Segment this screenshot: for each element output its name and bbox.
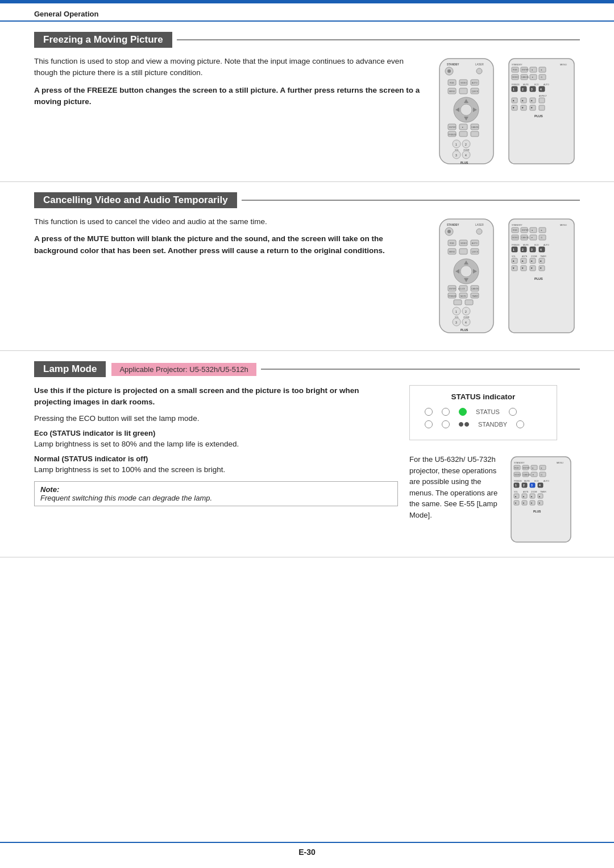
lamp-desc-text: For the U5-632h/ U5-732h projector, thes… <box>409 454 500 520</box>
lamp-title-line <box>261 369 580 370</box>
remote-svg-4: STANDBY MENU RGB ENTER ◄ ► <box>506 216 577 338</box>
lamp-eco-heading: Eco (STATUS indicator is lit green) <box>34 429 398 437</box>
svg-text:▼: ▼ <box>521 267 524 270</box>
svg-text:▼: ▼ <box>512 267 515 270</box>
svg-text:3: 3 <box>455 154 457 157</box>
indicator-standby-dot <box>459 422 463 427</box>
remote-svg-5: STANDBY MENU RGB ENTER ◄ ► <box>508 454 574 545</box>
gen-op-label: General Operation <box>34 10 98 18</box>
svg-point-5 <box>476 68 482 74</box>
remote-svg-1: STANDBY LASER RGB VIDEO <box>437 56 496 170</box>
svg-text:CANCEL: CANCEL <box>521 76 529 78</box>
svg-text:4: 4 <box>465 154 467 157</box>
svg-rect-104 <box>459 249 467 254</box>
svg-text:PLUS: PLUS <box>534 277 543 280</box>
svg-point-95 <box>447 230 451 233</box>
lamp-applicable: Applicable Projector: U5-532h/U5-512h <box>111 363 256 376</box>
page-container: General Operation Freezing a Moving Pict… <box>0 0 614 868</box>
svg-text:▲: ▲ <box>521 99 524 102</box>
svg-text:FREEZE: FREEZE <box>514 480 522 482</box>
svg-text:◄: ◄ <box>531 229 533 232</box>
lamp-images: STATUS indicator STATUS <box>409 385 580 547</box>
svg-text:PLUS: PLUS <box>460 161 468 164</box>
svg-text:►: ► <box>541 69 542 71</box>
svg-text:TIMER: TIMER <box>472 295 478 297</box>
svg-text:ENTER: ENTER <box>523 467 530 469</box>
svg-text:VIDEO: VIDEO <box>512 76 518 78</box>
svg-rect-13 <box>459 88 467 94</box>
svg-text:▲: ▲ <box>512 99 515 102</box>
svg-text:▲: ▲ <box>522 495 525 498</box>
svg-text:▼: ▼ <box>462 126 463 129</box>
svg-text:STANDBY: STANDBY <box>512 224 522 226</box>
svg-text:►: ► <box>541 229 542 232</box>
status-title: STATUS indicator <box>419 392 547 401</box>
svg-text:4: 4 <box>539 483 541 487</box>
svg-text:▼: ▼ <box>515 502 517 505</box>
svg-text:▲: ▲ <box>538 495 541 498</box>
svg-text:1: 1 <box>515 483 517 487</box>
svg-text:ZOOM: ZOOM <box>531 255 537 258</box>
svg-text:CANON: CANON <box>471 288 479 290</box>
lamp-title-area: Lamp Mode Applicable Projector: U5-532h/… <box>34 361 580 377</box>
svg-text:RGB: RGB <box>513 229 517 232</box>
svg-text:AUTO: AUTO <box>544 244 549 246</box>
lamp-content: Use this if the picture is projected on … <box>34 385 580 547</box>
svg-point-109 <box>460 266 472 277</box>
svg-text:CANCEL: CANCEL <box>521 237 529 239</box>
remote-control-5: STANDBY MENU RGB ENTER ◄ ► <box>508 454 574 547</box>
svg-text:VIDEO: VIDEO <box>460 242 467 245</box>
svg-text:2: 2 <box>465 310 467 313</box>
svg-text:3: 3 <box>531 248 533 251</box>
svg-text:STANDBY: STANDBY <box>447 224 459 226</box>
svg-rect-153 <box>539 235 546 240</box>
svg-point-96 <box>476 229 482 234</box>
indicator-4 <box>509 408 517 416</box>
lamp-title: Lamp Mode <box>34 361 106 377</box>
svg-text:AUTO: AUTO <box>544 84 549 86</box>
svg-text:VIDEO: VIDEO <box>460 82 467 84</box>
svg-text:▼: ▼ <box>522 502 525 505</box>
remote-control-4: STANDBY MENU RGB ENTER ◄ ► <box>506 216 580 340</box>
svg-text:STANDBY: STANDBY <box>512 63 522 66</box>
svg-text:FREEZE: FREEZE <box>449 295 457 297</box>
svg-text:⊙: ⊙ <box>541 76 542 78</box>
svg-rect-58 <box>539 75 546 80</box>
svg-text:ENTER: ENTER <box>449 288 456 290</box>
svg-text:1: 1 <box>455 143 457 146</box>
lamp-section: Lamp Mode Applicable Projector: U5-532h/… <box>0 351 614 557</box>
svg-text:FREEZE: FREEZE <box>512 244 520 246</box>
svg-text:3: 3 <box>531 88 533 91</box>
lamp-note-box: Note: Frequent switching this mode can d… <box>34 481 398 506</box>
svg-text:FREEZE: FREEZE <box>449 134 457 136</box>
svg-text:ECO: ECO <box>534 244 539 246</box>
svg-text:VOL: VOL <box>512 255 516 258</box>
svg-rect-126 <box>454 300 462 305</box>
svg-rect-31 <box>471 131 479 137</box>
cancelling-section: Cancelling Video and Audio Temporarily T… <box>0 182 614 351</box>
svg-text:RGB: RGB <box>450 242 454 245</box>
svg-text:PLUS: PLUS <box>533 510 541 513</box>
indicator-status-label: STATUS <box>476 408 500 415</box>
svg-text:STANDBY: STANDBY <box>514 461 525 464</box>
svg-text:VIDEO: VIDEO <box>515 474 521 476</box>
svg-text:▼: ▼ <box>532 76 533 78</box>
svg-text:ENTER: ENTER <box>522 229 529 232</box>
svg-text:PLUS: PLUS <box>534 114 543 118</box>
svg-text:▼: ▼ <box>530 267 533 270</box>
svg-text:VIDEO: VIDEO <box>512 237 518 239</box>
svg-text:▲: ▲ <box>521 259 524 262</box>
svg-text:ECO: ECO <box>534 84 539 86</box>
svg-text:1: 1 <box>455 310 457 313</box>
lamp-normal-desc: Lamp brightness is set to 100% and the s… <box>34 464 398 476</box>
indicator-7 <box>516 420 524 428</box>
svg-text:2: 2 <box>523 483 525 487</box>
lamp-bold: Use this if the picture is projected on … <box>34 385 398 408</box>
svg-text:▲: ▲ <box>530 99 533 102</box>
svg-text:3: 3 <box>455 321 457 324</box>
cancelling-content: This function is used to cancel the vide… <box>34 216 580 340</box>
svg-text:▼: ▼ <box>531 237 533 239</box>
svg-text:4: 4 <box>540 248 542 251</box>
lamp-desc-area: For the U5-632h/ U5-732h projector, thes… <box>409 454 574 547</box>
svg-text:CANCEL: CANCEL <box>523 474 531 476</box>
